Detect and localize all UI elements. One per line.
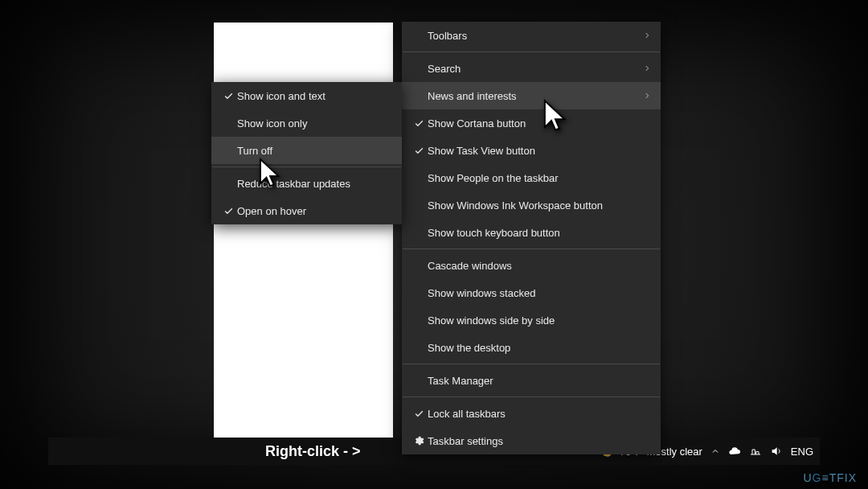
menu-item-label: News and interests xyxy=(428,90,638,102)
menu-item-show-the-desktop[interactable]: Show the desktop xyxy=(402,334,661,361)
check-icon xyxy=(219,206,237,216)
menu-item-label: Show windows stacked xyxy=(428,287,651,299)
menu-item-label: Show People on the taskbar xyxy=(428,172,651,184)
menu-item-show-windows-stacked[interactable]: Show windows stacked xyxy=(402,279,661,306)
news-and-interests-submenu: Show icon and textShow icon onlyTurn off… xyxy=(211,82,402,224)
menu-item-label: Open on hover xyxy=(237,205,392,217)
menu-item-label: Show Windows Ink Workspace button xyxy=(428,199,651,212)
menu-item-show-windows-ink-workspace-button[interactable]: Show Windows Ink Workspace button xyxy=(402,191,661,219)
check-icon xyxy=(410,409,428,419)
volume-icon[interactable] xyxy=(770,445,783,458)
chevron-up-icon[interactable] xyxy=(710,446,720,456)
menu-separator xyxy=(403,364,660,364)
chevron-right-icon xyxy=(638,89,651,102)
menu-item-label: Show Cortana button xyxy=(428,117,651,129)
menu-item-news-and-interests[interactable]: News and interests xyxy=(402,82,661,109)
menu-item-label: Show icon only xyxy=(237,117,392,129)
menu-item-label: Show windows side by side xyxy=(428,314,651,327)
menu-item-open-on-hover[interactable]: Open on hover xyxy=(211,197,402,224)
menu-item-label: Show touch keyboard button xyxy=(428,227,651,239)
menu-item-show-cortana-button[interactable]: Show Cortana button xyxy=(402,109,661,137)
menu-item-label: Show Task View button xyxy=(428,145,651,157)
menu-separator xyxy=(403,51,660,52)
menu-item-label: Show icon and text xyxy=(237,90,392,102)
menu-item-taskbar-settings[interactable]: Taskbar settings xyxy=(402,427,661,454)
onedrive-cloud-icon[interactable] xyxy=(728,445,741,458)
menu-item-label: Task Manager xyxy=(428,375,651,387)
watermark: UG≡TFIX xyxy=(803,471,857,484)
menu-item-reduce-taskbar-updates[interactable]: Reduce taskbar updates xyxy=(211,170,402,197)
gear-icon xyxy=(410,435,428,446)
menu-item-cascade-windows[interactable]: Cascade windows xyxy=(402,252,661,279)
language-indicator[interactable]: ENG xyxy=(791,446,813,458)
menu-item-label: Search xyxy=(428,63,638,75)
menu-item-label: Turn off xyxy=(237,145,392,157)
menu-item-turn-off[interactable]: Turn off xyxy=(211,137,402,164)
menu-item-show-task-view-button[interactable]: Show Task View button xyxy=(402,137,661,164)
taskbar-context-menu: ToolbarsSearchNews and interestsShow Cor… xyxy=(402,22,661,454)
menu-separator xyxy=(403,397,660,397)
menu-item-show-icon-and-text[interactable]: Show icon and text xyxy=(211,82,402,109)
menu-item-show-icon-only[interactable]: Show icon only xyxy=(211,109,402,137)
menu-separator xyxy=(212,166,401,167)
menu-item-toolbars[interactable]: Toolbars xyxy=(402,22,661,49)
menu-separator xyxy=(403,249,660,249)
menu-item-lock-all-taskbars[interactable]: Lock all taskbars xyxy=(402,400,661,427)
chevron-right-icon xyxy=(638,62,651,75)
menu-item-search[interactable]: Search xyxy=(402,55,661,82)
check-icon xyxy=(410,146,428,156)
menu-item-label: Cascade windows xyxy=(428,260,651,272)
menu-item-label: Lock all taskbars xyxy=(428,408,651,420)
network-icon[interactable] xyxy=(749,445,762,458)
menu-item-show-touch-keyboard-button[interactable]: Show touch keyboard button xyxy=(402,219,661,246)
menu-item-show-windows-side-by-side[interactable]: Show windows side by side xyxy=(402,306,661,334)
menu-item-task-manager[interactable]: Task Manager xyxy=(402,367,661,394)
menu-item-label: Toolbars xyxy=(428,30,638,42)
menu-item-show-people-on-the-taskbar[interactable]: Show People on the taskbar xyxy=(402,164,661,191)
chevron-right-icon xyxy=(638,29,651,42)
menu-item-label: Reduce taskbar updates xyxy=(237,178,392,190)
check-icon xyxy=(219,91,237,101)
menu-item-label: Show the desktop xyxy=(428,342,651,354)
instruction-label: Right-click - > xyxy=(265,443,361,460)
menu-item-label: Taskbar settings xyxy=(428,435,651,447)
check-icon xyxy=(410,118,428,129)
